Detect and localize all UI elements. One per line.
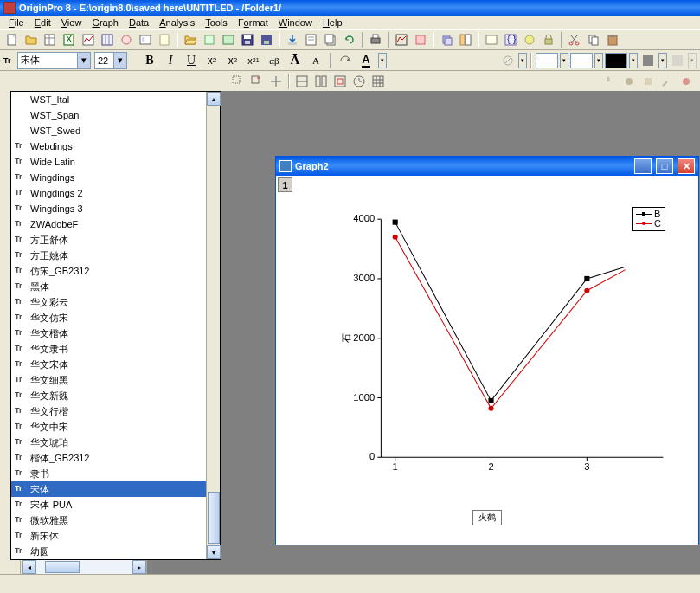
font-option[interactable]: Tr华文仿宋 xyxy=(11,310,206,326)
font-dropdown-list[interactable]: WST_ItalWST_SpanWST_SwedTrWebdingsTrWide… xyxy=(10,91,221,560)
chart-legend[interactable]: B C xyxy=(632,207,665,231)
print-button[interactable] xyxy=(367,31,384,48)
new-workbook-button[interactable] xyxy=(42,31,59,48)
x-axis-label[interactable]: 火鹤 xyxy=(472,510,502,525)
bold-button[interactable]: B xyxy=(141,52,158,69)
add-layer-button[interactable] xyxy=(412,31,429,48)
code-builder-button[interactable]: { } xyxy=(502,31,519,48)
grab-button[interactable] xyxy=(639,73,657,90)
menu-file[interactable]: File xyxy=(3,17,29,28)
open-button[interactable] xyxy=(182,31,199,48)
zoom-out-button[interactable] xyxy=(658,73,676,90)
increase-font-button[interactable]: Ā xyxy=(286,52,304,69)
pattern-dropdown-icon[interactable]: ▾ xyxy=(658,53,667,68)
font-option[interactable]: Tr隶书 xyxy=(11,466,206,481)
pan-button[interactable] xyxy=(620,73,638,90)
supersub-button[interactable]: x21 xyxy=(245,52,262,69)
graph-window-titlebar[interactable]: Graph2 _ □ ✕ xyxy=(276,157,698,176)
font-option[interactable]: TrWebdings xyxy=(11,139,206,154)
font-option[interactable]: Tr华文中宋 xyxy=(11,419,206,435)
recalculate-button[interactable] xyxy=(521,31,538,48)
font-option[interactable]: Tr宋体 xyxy=(11,481,206,497)
superscript-button[interactable]: x2 xyxy=(203,52,221,69)
extract-button[interactable] xyxy=(312,73,330,90)
menu-format[interactable]: Format xyxy=(233,17,273,28)
new-function-button[interactable] xyxy=(118,31,135,48)
font-option[interactable]: Tr方正舒体 xyxy=(11,232,206,248)
rotate-button[interactable] xyxy=(337,52,354,69)
menu-window[interactable]: Window xyxy=(273,17,318,28)
rescale-button[interactable] xyxy=(393,31,410,48)
line-width-dropdown-icon[interactable]: ▾ xyxy=(560,53,568,68)
font-option[interactable]: Tr华文琥珀 xyxy=(11,435,206,450)
font-option[interactable]: Tr华文楷体 xyxy=(11,326,206,341)
scroll-thumb[interactable] xyxy=(45,561,80,573)
save-button[interactable] xyxy=(239,31,256,48)
new-excel-button[interactable]: X xyxy=(61,31,78,48)
scroll-right-button[interactable]: ▸ xyxy=(132,560,146,574)
font-option[interactable]: TrWingdings 3 xyxy=(11,201,206,216)
underline-button[interactable]: U xyxy=(183,52,200,69)
menu-tools[interactable]: Tools xyxy=(200,17,233,28)
menu-help[interactable]: Help xyxy=(318,17,348,28)
zoom-tool-button[interactable] xyxy=(229,73,247,90)
font-color-dropdown-icon[interactable]: ▾ xyxy=(378,53,387,68)
refresh-button[interactable] xyxy=(341,31,358,48)
copy-button[interactable] xyxy=(585,31,602,48)
font-option[interactable]: Tr黑体 xyxy=(11,279,206,294)
new-graph-button[interactable] xyxy=(80,31,97,48)
font-option[interactable]: TrWingdings xyxy=(11,170,206,185)
scroll-left-button[interactable]: ◂ xyxy=(22,560,36,574)
new-notes-button[interactable] xyxy=(156,31,173,48)
record-button[interactable] xyxy=(678,73,695,90)
menu-graph[interactable]: Graph xyxy=(87,17,124,28)
font-option[interactable]: Tr楷体_GB2312 xyxy=(11,450,206,466)
font-name-combo[interactable]: 宋体 ▾ xyxy=(17,52,91,69)
import-wizard-button[interactable] xyxy=(284,31,301,48)
font-scroll-thumb[interactable] xyxy=(208,492,220,544)
scroll-down-button[interactable]: ▾ xyxy=(207,545,221,559)
font-list-scrollbar[interactable]: ▴ ▾ xyxy=(206,92,220,559)
axis-button[interactable] xyxy=(331,73,349,90)
scroll-up-button[interactable]: ▴ xyxy=(207,92,221,106)
new-folder-button[interactable] xyxy=(22,31,40,48)
font-option[interactable]: Tr华文行楷 xyxy=(11,403,206,419)
import-ascii-button[interactable] xyxy=(303,31,320,48)
merge-button[interactable] xyxy=(293,73,311,90)
project-explorer-button[interactable] xyxy=(457,31,474,48)
import-multiple-button[interactable] xyxy=(322,31,339,48)
font-option[interactable]: Tr华文新魏 xyxy=(11,388,206,403)
scroll-track[interactable] xyxy=(36,560,132,574)
font-option[interactable]: WST_Span xyxy=(11,107,206,123)
open-template-button[interactable] xyxy=(201,31,218,48)
duplicate-button[interactable] xyxy=(438,31,455,48)
dash-dropdown-icon[interactable]: ▾ xyxy=(594,53,603,68)
subscript-button[interactable]: x2 xyxy=(224,52,241,69)
font-name-dropdown-icon[interactable]: ▾ xyxy=(77,53,90,68)
font-option[interactable]: Tr华文细黑 xyxy=(11,372,206,388)
font-option[interactable]: TrWingdings 2 xyxy=(11,185,206,201)
datareader-button[interactable] xyxy=(267,73,285,90)
font-size-combo[interactable]: 22 ▾ xyxy=(94,52,127,69)
close-button[interactable]: ✕ xyxy=(678,158,695,174)
font-option[interactable]: Tr华文宋体 xyxy=(11,357,206,372)
fill-color-dropdown-icon[interactable]: ▾ xyxy=(629,53,638,68)
menu-edit[interactable]: Edit xyxy=(29,17,56,28)
decrease-font-button[interactable]: A xyxy=(307,52,324,69)
minimize-button[interactable]: _ xyxy=(634,158,652,174)
font-option[interactable]: Tr华文彩云 xyxy=(11,294,206,310)
font-option[interactable]: Tr新宋体 xyxy=(11,528,206,544)
new-matrix-button[interactable] xyxy=(99,31,116,48)
new-project-button[interactable] xyxy=(3,31,21,48)
maximize-button[interactable]: □ xyxy=(656,158,673,174)
results-log-button[interactable] xyxy=(483,31,500,48)
font-size-dropdown-icon[interactable]: ▾ xyxy=(113,53,126,68)
gradient-button[interactable] xyxy=(669,52,686,69)
fill-color-button[interactable] xyxy=(605,53,627,68)
line-preview[interactable] xyxy=(536,53,558,68)
save-template-button[interactable] xyxy=(258,31,275,48)
font-option[interactable]: Tr宋体-PUA xyxy=(11,497,206,512)
line-style-dropdown-icon[interactable]: ▾ xyxy=(518,53,527,68)
font-option[interactable]: Tr仿宋_GB2312 xyxy=(11,263,206,279)
font-option[interactable]: WST_Ital xyxy=(11,92,206,107)
